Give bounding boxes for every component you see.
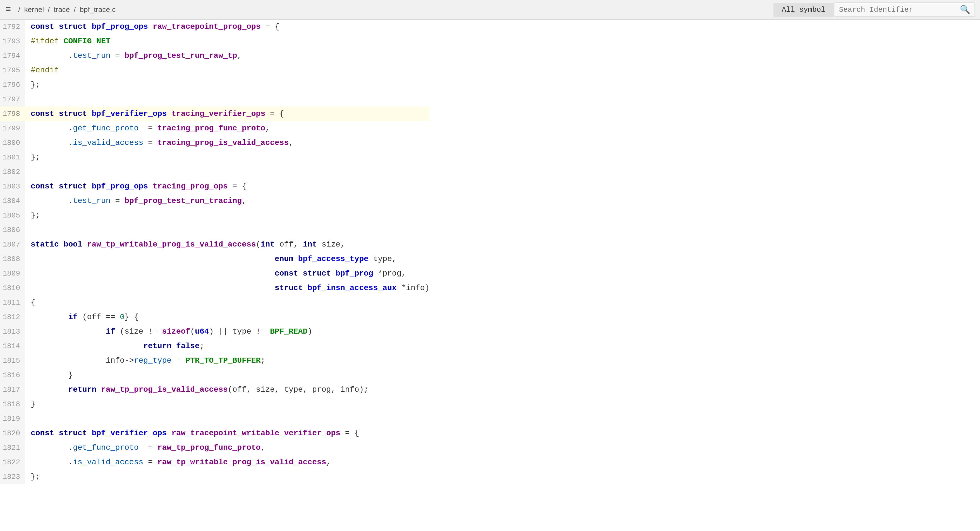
- line-code: [25, 165, 31, 179]
- table-row: 1801};: [0, 150, 430, 165]
- line-number: 1822: [0, 455, 25, 470]
- breadcrumb-kernel[interactable]: kernel: [24, 5, 44, 14]
- table-row: 1806: [0, 223, 430, 237]
- line-number: 1795: [0, 63, 25, 78]
- table-row: 1802: [0, 165, 430, 179]
- line-number: 1812: [0, 310, 25, 324]
- line-number: 1805: [0, 208, 25, 223]
- line-code: [25, 412, 31, 426]
- line-number: 1819: [0, 412, 25, 426]
- line-code: .is_valid_access = tracing_prog_is_valid…: [25, 136, 293, 150]
- line-code: .get_func_proto = tracing_prog_func_prot…: [25, 121, 270, 136]
- table-row: 1808 enum bpf_access_type type,: [0, 252, 430, 266]
- line-code: #endif: [25, 63, 59, 78]
- table-row: 1804 .test_run = bpf_prog_test_run_traci…: [0, 194, 430, 208]
- line-code: if (off == 0} {: [25, 310, 139, 324]
- line-number: 1792: [0, 19, 25, 34]
- table-row: 1809 const struct bpf_prog *prog,: [0, 266, 430, 281]
- search-bar: 🔍: [835, 3, 974, 17]
- line-code: const struct bpf_verifier_ops raw_tracep…: [25, 426, 359, 440]
- breadcrumb-sep1: /: [18, 5, 20, 14]
- line-code: #ifdef CONFIG_NET: [25, 34, 111, 49]
- table-row: 1796};: [0, 78, 430, 92]
- table-row: 1800 .is_valid_access = tracing_prog_is_…: [0, 136, 430, 150]
- line-code: .test_run = bpf_prog_test_run_raw_tp,: [25, 49, 242, 63]
- breadcrumb-sep3: /: [74, 5, 76, 14]
- breadcrumb-trace[interactable]: trace: [54, 5, 70, 14]
- line-code: static bool raw_tp_writable_prog_is_vali…: [25, 237, 345, 252]
- table-row: 1823};: [0, 470, 430, 484]
- line-code: info->reg_type = PTR_TO_TP_BUFFER;: [25, 353, 265, 368]
- table-row: 1812 if (off == 0} {: [0, 310, 430, 324]
- line-number: 1803: [0, 179, 25, 194]
- table-row: 1797: [0, 92, 430, 107]
- line-code: [25, 92, 31, 107]
- line-number: 1807: [0, 237, 25, 252]
- search-input[interactable]: [839, 6, 960, 14]
- table-row: 1822 .is_valid_access = raw_tp_writable_…: [0, 455, 430, 470]
- table-row: 1816 }: [0, 368, 430, 383]
- line-code: enum bpf_access_type type,: [25, 252, 397, 266]
- line-number: 1811: [0, 296, 25, 310]
- table-row: 1798const struct bpf_verifier_ops tracin…: [0, 107, 430, 121]
- menu-icon[interactable]: ≡: [6, 5, 11, 15]
- line-code: const struct bpf_prog_ops tracing_prog_o…: [25, 179, 247, 194]
- code-area: 1792const struct bpf_prog_ops raw_tracep…: [0, 19, 980, 531]
- header: ≡ / kernel / trace / bpf_trace.c All sym…: [0, 0, 980, 19]
- line-number: 1804: [0, 194, 25, 208]
- line-code: }: [25, 397, 35, 412]
- line-code: };: [25, 208, 40, 223]
- line-number: 1796: [0, 78, 25, 92]
- line-number: 1818: [0, 397, 25, 412]
- line-number: 1813: [0, 324, 25, 339]
- table-row: 1821 .get_func_proto = raw_tp_prog_func_…: [0, 440, 430, 455]
- line-number: 1821: [0, 440, 25, 455]
- table-row: 1811{: [0, 296, 430, 310]
- table-row: 1813 if (size != sizeof(u64) || type != …: [0, 324, 430, 339]
- line-number: 1799: [0, 121, 25, 136]
- line-code: .get_func_proto = raw_tp_prog_func_proto…: [25, 440, 265, 455]
- table-row: 1818}: [0, 397, 430, 412]
- line-code: if (size != sizeof(u64) || type != BPF_R…: [25, 324, 312, 339]
- line-code: };: [25, 470, 40, 484]
- breadcrumb-file[interactable]: bpf_trace.c: [80, 5, 116, 14]
- line-code: [25, 223, 31, 237]
- line-number: 1806: [0, 223, 25, 237]
- all-symbol-tab[interactable]: All symbol: [773, 3, 834, 17]
- line-code: struct bpf_insn_access_aux *info): [25, 281, 430, 296]
- table-row: 1814 return false;: [0, 339, 430, 353]
- line-number: 1810: [0, 281, 25, 296]
- line-code: .is_valid_access = raw_tp_writable_prog_…: [25, 455, 331, 470]
- table-row: 1794 .test_run = bpf_prog_test_run_raw_t…: [0, 49, 430, 63]
- table-row: 1820const struct bpf_verifier_ops raw_tr…: [0, 426, 430, 440]
- table-row: 1793#ifdef CONFIG_NET: [0, 34, 430, 49]
- line-number: 1801: [0, 150, 25, 165]
- line-number: 1800: [0, 136, 25, 150]
- line-code: }: [25, 368, 73, 383]
- line-code: };: [25, 78, 40, 92]
- line-code: .test_run = bpf_prog_test_run_tracing,: [25, 194, 247, 208]
- line-code: return false;: [25, 339, 204, 353]
- table-row: 1807static bool raw_tp_writable_prog_is_…: [0, 237, 430, 252]
- line-number: 1793: [0, 34, 25, 49]
- table-row: 1799 .get_func_proto = tracing_prog_func…: [0, 121, 430, 136]
- breadcrumb-sep2: /: [48, 5, 50, 14]
- line-number: 1814: [0, 339, 25, 353]
- table-row: 1805};: [0, 208, 430, 223]
- search-icon[interactable]: 🔍: [960, 5, 970, 15]
- breadcrumb: / kernel / trace / bpf_trace.c: [16, 5, 773, 14]
- line-code: {: [25, 296, 35, 310]
- table-row: 1817 return raw_tp_prog_is_valid_access(…: [0, 383, 430, 397]
- table-row: 1803const struct bpf_prog_ops tracing_pr…: [0, 179, 430, 194]
- line-code: const struct bpf_verifier_ops tracing_ve…: [25, 107, 284, 121]
- table-row: 1815 info->reg_type = PTR_TO_TP_BUFFER;: [0, 353, 430, 368]
- line-number: 1820: [0, 426, 25, 440]
- line-number: 1798: [0, 107, 25, 121]
- line-number: 1816: [0, 368, 25, 383]
- line-number: 1815: [0, 353, 25, 368]
- line-number: 1823: [0, 470, 25, 484]
- line-number: 1808: [0, 252, 25, 266]
- lines-container: 1792const struct bpf_prog_ops raw_tracep…: [0, 19, 430, 531]
- line-code: const struct bpf_prog *prog,: [25, 266, 406, 281]
- line-number: 1809: [0, 266, 25, 281]
